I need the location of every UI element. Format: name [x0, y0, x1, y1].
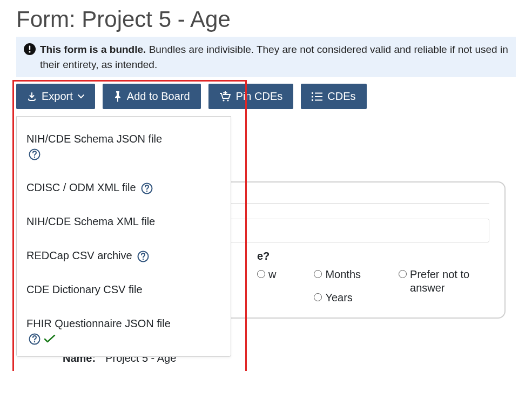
radio-option[interactable]: Prefer not to answer — [399, 268, 489, 295]
export-button[interactable]: Export — [16, 84, 95, 109]
export-option[interactable]: CDISC / ODM XML file — [26, 175, 221, 209]
list-icon — [312, 92, 322, 101]
svg-rect-1 — [29, 46, 30, 50]
toolbar: Export Add to Board Pin CDEs — [16, 84, 516, 109]
cart-add-icon — [219, 91, 231, 102]
svg-point-4 — [227, 99, 228, 101]
export-option-label: CDISC / ODM XML file — [26, 181, 136, 193]
svg-rect-8 — [315, 96, 322, 97]
download-icon — [27, 92, 37, 102]
svg-rect-7 — [312, 96, 313, 97]
add-to-board-button[interactable]: Add to Board — [103, 84, 201, 109]
exclamation-icon — [24, 43, 36, 59]
radio-label: w — [268, 268, 276, 281]
help-icon[interactable] — [29, 333, 41, 345]
svg-rect-6 — [315, 92, 322, 93]
add-to-board-label: Add to Board — [127, 90, 190, 103]
pin-cdes-label: Pin CDEs — [236, 90, 283, 103]
help-icon[interactable] — [29, 148, 41, 160]
export-option-label: REDCap CSV archive — [26, 249, 132, 261]
svg-point-12 — [34, 157, 35, 158]
export-option-label: FHIR Questionnaire JSON file — [26, 317, 171, 329]
export-dropdown: NIH/CDE Schema JSON fileCDISC / ODM XML … — [16, 116, 231, 357]
radio-option[interactable]: w — [257, 268, 276, 281]
svg-point-2 — [29, 51, 30, 52]
export-option[interactable]: NIH/CDE Schema XML file — [26, 209, 221, 243]
page-title: Form: Project 5 - Age — [16, 6, 516, 32]
pin-icon — [113, 91, 122, 102]
svg-point-18 — [34, 341, 35, 342]
help-icon[interactable] — [137, 251, 149, 262]
radio-options: w MonthsYears Prefer not to answer — [257, 268, 489, 305]
svg-rect-10 — [315, 99, 322, 100]
caret-down-icon — [78, 94, 84, 99]
radio-label: Years — [325, 291, 352, 305]
svg-rect-5 — [312, 92, 313, 94]
check-icon — [44, 334, 56, 344]
question-fragment: e? — [257, 250, 489, 262]
bundle-banner: This form is a bundle. Bundles are indiv… — [16, 37, 516, 77]
export-option-label: NIH/CDE Schema XML file — [26, 215, 155, 227]
export-option[interactable]: FHIR Questionnaire JSON file — [26, 311, 221, 353]
export-label: Export — [42, 90, 73, 103]
cdes-label: CDEs — [327, 90, 355, 103]
bundle-banner-text: This form is a bundle. Bundles are indiv… — [40, 42, 508, 72]
radio-circle-icon — [314, 270, 322, 278]
radio-option[interactable]: Months — [314, 268, 361, 281]
radio-circle-icon — [314, 293, 322, 301]
export-option-label: CDE Dictionary CSV file — [26, 283, 143, 295]
radio-label: Prefer not to answer — [410, 268, 489, 295]
svg-rect-9 — [312, 99, 313, 101]
cdes-button[interactable]: CDEs — [301, 84, 366, 109]
export-option[interactable]: CDE Dictionary CSV file — [26, 277, 221, 311]
export-option-label: NIH/CDE Schema JSON file — [26, 133, 162, 145]
export-option[interactable]: NIH/CDE Schema JSON file — [26, 126, 221, 175]
svg-point-16 — [143, 259, 144, 260]
export-option[interactable]: REDCap CSV archive — [26, 243, 221, 277]
svg-point-14 — [146, 191, 147, 192]
svg-point-3 — [223, 99, 224, 101]
help-icon[interactable] — [141, 183, 153, 194]
radio-circle-icon — [399, 270, 407, 278]
pin-cdes-button[interactable]: Pin CDEs — [208, 84, 294, 109]
radio-option[interactable]: Years — [314, 291, 361, 305]
radio-circle-icon — [257, 270, 265, 278]
radio-label: Months — [325, 268, 361, 281]
